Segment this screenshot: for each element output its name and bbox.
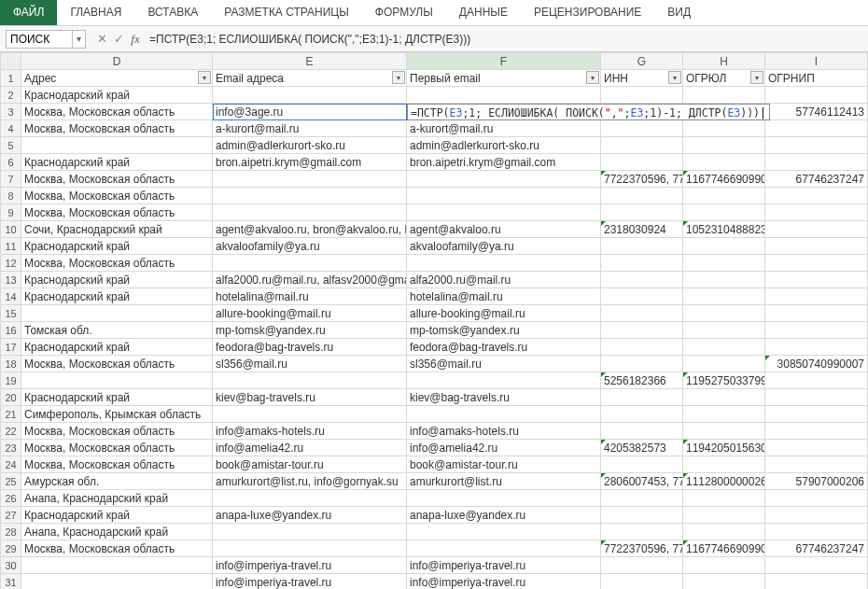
cell-F14[interactable]: hotelalina@mail.ru [407,288,601,305]
cell-F21[interactable] [407,406,601,423]
cell-G9[interactable] [601,204,683,221]
cell-G25[interactable]: 2806007453, 7707 [601,473,683,490]
rowhdr[interactable]: 23 [1,440,21,456]
cell-E15[interactable]: allure-booking@mail.ru [213,305,407,322]
cell-F19[interactable] [407,372,601,389]
cell-D11[interactable]: Краснодарский край [21,238,213,255]
cell-H25[interactable]: 1112800000026, 11 [683,473,765,490]
table-header-E[interactable]: Email адреса▾ [213,70,407,87]
cell-F7[interactable] [407,171,601,188]
colhdr-E[interactable]: E [213,53,407,70]
cell-D19[interactable] [21,372,213,389]
cell-F6[interactable]: bron.aipetri.krym@gmail.com [407,154,601,171]
rowhdr[interactable]: 19 [1,372,21,389]
cell-F10[interactable]: agent@akvaloo.ru [407,221,601,238]
cell-E29[interactable] [213,540,407,557]
cell-F20[interactable]: kiev@bag-travels.ru [407,389,601,406]
cell-H21[interactable] [683,406,765,423]
cell-I19[interactable] [765,372,868,389]
cell-G19[interactable]: 5256182366 [601,372,683,389]
cell-I10[interactable] [765,221,868,238]
cell-F17[interactable]: feodora@bag-travels.ru [407,339,601,356]
rowhdr[interactable]: 31 [1,574,21,590]
rowhdr[interactable]: 1 [1,70,21,87]
cell-H17[interactable] [683,339,765,356]
cell-E24[interactable]: book@amistar-tour.ru [213,456,407,473]
cell-E7[interactable] [213,171,407,188]
cell-F8[interactable] [407,188,601,204]
filter-dropdown-icon[interactable]: ▾ [198,71,211,84]
tab-pagelayout[interactable]: РАЗМЕТКА СТРАНИЦЫ [211,0,362,25]
cell-H2[interactable] [683,87,765,104]
file-tab[interactable]: ФАЙЛ [0,0,57,25]
rowhdr[interactable]: 27 [1,507,21,524]
cell-D7[interactable]: Москва, Московская область [21,171,213,188]
cell-I25[interactable]: 57907000206 [765,473,868,490]
cell-E3[interactable]: info@3age.ru [213,104,407,120]
cell-H31[interactable] [683,574,765,590]
cell-G26[interactable] [601,490,683,507]
cell-F4[interactable]: a-kurort@mail.ru [407,120,601,137]
cell-G15[interactable] [601,305,683,322]
rowhdr[interactable]: 17 [1,339,21,356]
cell-F15[interactable]: allure-booking@mail.ru [407,305,601,322]
cell-E30[interactable]: info@imperiya-travel.ru [213,557,407,574]
cell-H11[interactable] [683,238,765,255]
cell-D29[interactable]: Москва, Московская область [21,540,213,557]
cell-I15[interactable] [765,305,868,322]
cell-F30[interactable]: info@imperiya-travel.ru [407,557,601,574]
cell-E16[interactable]: mp-tomsk@yandex.ru [213,322,407,339]
cell-D31[interactable] [21,574,213,590]
cell-G6[interactable] [601,154,683,171]
cell-F31[interactable]: info@imperiya-travel.ru [407,574,601,590]
cell-I4[interactable] [765,120,868,137]
cell-H13[interactable] [683,272,765,288]
cell-G8[interactable] [601,188,683,204]
colhdr-I[interactable]: I [765,53,868,70]
cell-F16[interactable]: mp-tomsk@yandex.ru [407,322,601,339]
cell-E10[interactable]: agent@akvaloo.ru, bron@akvaloo.ru, h [213,221,407,238]
cell-D17[interactable]: Краснодарский край [21,339,213,356]
rowhdr[interactable]: 6 [1,154,21,171]
cell-F22[interactable]: info@amaks-hotels.ru [407,423,601,440]
cell-I11[interactable] [765,238,868,255]
cell-D6[interactable]: Краснодарский край [21,154,213,171]
cell-I7[interactable]: 67746237247 [765,171,868,188]
cell-I20[interactable] [765,389,868,406]
cell-D12[interactable]: Москва, Московская область [21,255,213,272]
cell-H26[interactable] [683,490,765,507]
formula-bar-input[interactable] [144,30,868,49]
cell-H5[interactable] [683,137,765,154]
cell-I26[interactable] [765,490,868,507]
cell-I13[interactable] [765,272,868,288]
cell-F5[interactable]: admin@adlerkurort-sko.ru [407,137,601,154]
cell-E6[interactable]: bron.aipetri.krym@gmail.com [213,154,407,171]
rowhdr[interactable]: 12 [1,255,21,272]
rowhdr[interactable]: 13 [1,272,21,288]
cell-D9[interactable]: Москва, Московская область [21,204,213,221]
cell-D5[interactable] [21,137,213,154]
cell-G11[interactable] [601,238,683,255]
cell-F3[interactable]: =ПСТР(E3;1; ЕСЛИОШИБКА( ПОИСК(",";E3;1)-… [407,104,601,120]
rowhdr[interactable]: 7 [1,171,21,188]
cell-G13[interactable] [601,272,683,288]
cell-I29[interactable]: 67746237247 [765,540,868,557]
cell-E27[interactable]: anapa-luxe@yandex.ru [213,507,407,524]
cell-F28[interactable] [407,524,601,540]
cell-E11[interactable]: akvaloofamily@ya.ru [213,238,407,255]
cell-D4[interactable]: Москва, Московская область [21,120,213,137]
cell-E28[interactable] [213,524,407,540]
cell-D26[interactable]: Анапа, Краснодарский край [21,490,213,507]
cell-F27[interactable]: anapa-luxe@yandex.ru [407,507,601,524]
filter-dropdown-icon[interactable]: ▾ [586,71,599,84]
cell-I17[interactable] [765,339,868,356]
filter-dropdown-icon[interactable]: ▾ [392,71,405,84]
rowhdr[interactable]: 15 [1,305,21,322]
select-all-corner[interactable] [1,53,21,70]
cell-F24[interactable]: book@amistar-tour.ru [407,456,601,473]
cell-D18[interactable]: Москва, Московская область [21,356,213,372]
rowhdr[interactable]: 8 [1,188,21,204]
cell-E2[interactable] [213,87,407,104]
cell-I12[interactable] [765,255,868,272]
cell-D13[interactable]: Краснодарский край [21,272,213,288]
